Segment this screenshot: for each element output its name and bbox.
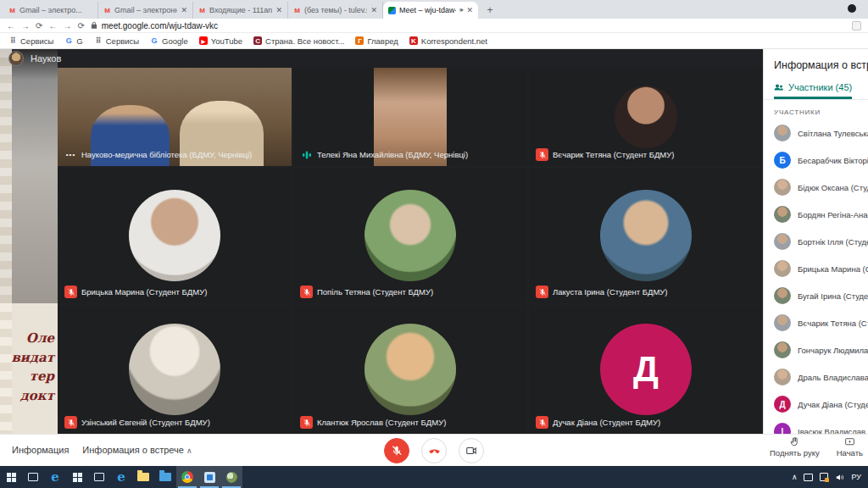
- participant-row[interactable]: Драль Владислава (Ст...: [764, 363, 868, 391]
- tab-strip: MGmail – электро...MGmail – электронная …: [3, 2, 478, 19]
- forward-icon[interactable]: →: [63, 21, 71, 30]
- reload-icon[interactable]: ⟳: [77, 21, 84, 30]
- participant-row[interactable]: Брицька Марина (Студ...: [764, 255, 868, 282]
- mic-muted-icon[interactable]: [64, 286, 77, 298]
- meeting-info[interactable]: Информация Информация о встрече ∧: [12, 445, 192, 455]
- taskbar-folder-yellow-icon[interactable]: [132, 466, 154, 488]
- mic-muted-icon[interactable]: [536, 148, 548, 161]
- bookmark-item[interactable]: KKorrespondent.net: [409, 36, 487, 46]
- apps-icon: ⠿: [8, 36, 17, 45]
- tray-chevron-icon[interactable]: ∧: [792, 473, 798, 481]
- tab-audio-icon[interactable]: 🕪: [459, 7, 463, 14]
- video-tile[interactable]: Узінський Євгеній (Студент БДМУ): [58, 305, 292, 434]
- video-tile[interactable]: Телекі Яна Михайлівна (БДМУ, Чернівці): [293, 68, 527, 166]
- profile-icon[interactable]: [848, 4, 856, 13]
- meet-favicon-icon: [388, 7, 396, 14]
- taskbar-folder-blue-icon[interactable]: [154, 466, 176, 488]
- video-tile[interactable]: Брицька Марина (Студент БДМУ): [58, 168, 292, 303]
- tab-close-icon[interactable]: ✕: [466, 6, 473, 14]
- forward-icon[interactable]: →: [21, 21, 30, 30]
- taskbar-task-view-icon[interactable]: [22, 466, 44, 488]
- task-view-glyph: [94, 473, 104, 481]
- participant-row[interactable]: Світлана Тулевська (вы: [764, 119, 868, 147]
- volume-icon[interactable]: [835, 473, 844, 482]
- app-glyph: [204, 472, 215, 483]
- taskbar-task-view-icon[interactable]: [88, 466, 110, 488]
- camera-button[interactable]: [459, 438, 484, 463]
- mic-muted-icon[interactable]: [300, 416, 313, 429]
- participant-avatar: [364, 190, 456, 281]
- tab-close-icon[interactable]: ✕: [181, 6, 187, 14]
- taskbar-edge-icon[interactable]: e: [110, 466, 132, 488]
- tile-name-label: Дучак Діана (Студент БДМУ): [536, 416, 660, 429]
- letter-avatar: Д: [774, 396, 791, 413]
- participant-name: Клантюк Ярослав (Студент БДМУ): [317, 418, 446, 427]
- mic-muted-icon[interactable]: [536, 416, 548, 429]
- call-controls: [384, 438, 484, 463]
- bookmark-item[interactable]: CСтрана. Все новост...: [253, 36, 344, 46]
- bookmark-item[interactable]: ⠿Сервисы: [94, 36, 139, 46]
- meeting-info-secondary: Информация о встрече ∧: [82, 445, 192, 455]
- bookmark-item[interactable]: ГГлавред: [355, 36, 398, 46]
- participant-avatar: [129, 324, 220, 415]
- taskbar-chrome-icon[interactable]: [176, 466, 198, 488]
- browser-tab[interactable]: MGmail – электронная почта от G✕: [98, 2, 193, 19]
- language-indicator[interactable]: РУ: [851, 473, 861, 481]
- taskbar-app-window-icon[interactable]: [66, 466, 88, 488]
- taskbar-edge-icon[interactable]: e: [44, 466, 66, 488]
- back-icon[interactable]: ←: [48, 21, 57, 30]
- mic-muted-icon[interactable]: [300, 286, 313, 298]
- bookmark-item[interactable]: ⠿Сервисы: [8, 36, 53, 46]
- address-bar[interactable]: meet.google.com/wju-tdaw-vkc: [91, 21, 218, 30]
- taskbar-start-icon[interactable]: [0, 466, 22, 488]
- participant-row[interactable]: ББесарабчик Вікторія (...: [764, 147, 868, 174]
- participant-name: Бесарабчик Вікторія (...: [798, 156, 868, 165]
- participant-row[interactable]: Бордян Регіна-Анаста...: [764, 201, 868, 228]
- browser-tab[interactable]: MВходящие - 111antiplagiat1111✕: [193, 2, 288, 19]
- mic-muted-icon[interactable]: [536, 286, 548, 298]
- taskbar-globe-icon[interactable]: [220, 466, 242, 488]
- participant-row[interactable]: Бортнік Ілля (Студент...: [764, 228, 868, 255]
- browser-tab[interactable]: M(без темы) - tulev.sv@bsmu.ed✕: [288, 2, 383, 19]
- extension-icon[interactable]: [852, 21, 861, 30]
- participant-row[interactable]: Гончарук Людмила Ми...: [764, 336, 868, 363]
- tab-close-icon[interactable]: ✕: [370, 6, 377, 14]
- participant-row[interactable]: ДДучак Діана (Студент ...: [764, 391, 868, 418]
- browser-tab[interactable]: Meet – wju-tdaw-vkc🕪✕: [383, 2, 478, 19]
- tab-close-icon[interactable]: ✕: [275, 6, 282, 14]
- participant-row[interactable]: Бідюк Оксана (Студен...: [764, 174, 868, 201]
- video-tile[interactable]: Попіль Тетяна (Студент БДМУ): [293, 168, 527, 303]
- participant-name: Попіль Тетяна (Студент БДМУ): [317, 287, 433, 297]
- video-tile[interactable]: Лакуста Ірина (Студент БДМУ): [529, 168, 763, 303]
- taskbar-app-blue-icon[interactable]: [198, 466, 220, 488]
- hangup-button[interactable]: [421, 438, 447, 463]
- participant-letter-avatar: Д: [600, 324, 692, 415]
- tab-participants[interactable]: Участники (45): [774, 82, 852, 99]
- participant-name: Брицька Марина (Студент БДМУ): [81, 287, 207, 297]
- new-tab-button[interactable]: +: [483, 3, 497, 17]
- reload-icon[interactable]: ⟳: [36, 21, 42, 30]
- bookmark-item[interactable]: GGoogle: [150, 36, 188, 46]
- bookmark-item[interactable]: GG: [64, 36, 82, 46]
- video-tile[interactable]: Вєчарик Тетяна (Студент БДМУ): [529, 68, 763, 166]
- mic-muted-icon[interactable]: [64, 416, 77, 429]
- browser-tab[interactable]: MGmail – электро...: [3, 2, 98, 19]
- tab-title: Gmail – электро...: [19, 6, 92, 14]
- photo-avatar: [774, 179, 791, 196]
- participant-row[interactable]: Вєчарик Тетяна (Студ...: [764, 309, 868, 336]
- notification-icon[interactable]: [820, 473, 828, 481]
- present-button[interactable]: Начать: [837, 436, 863, 458]
- more-options-icon[interactable]: •••: [64, 148, 77, 161]
- participant-name: Науково-медична бібліотека (БДМУ, Чернів…: [81, 150, 252, 159]
- mic-active-icon[interactable]: [300, 148, 313, 161]
- network-icon[interactable]: [804, 474, 813, 481]
- mic-off-button[interactable]: [384, 438, 409, 463]
- participant-row[interactable]: Бугай Ірина (Студент Б...: [764, 282, 868, 309]
- participant-row[interactable]: ІІвасюк Владислав (Сту...: [764, 418, 868, 434]
- video-tile[interactable]: •••Науково-медична бібліотека (БДМУ, Чер…: [58, 68, 292, 166]
- bookmark-item[interactable]: ▶YouTube: [199, 36, 242, 46]
- video-tile[interactable]: ДДучак Діана (Студент БДМУ): [529, 305, 763, 434]
- raise-hand-button[interactable]: Поднять руку: [770, 436, 820, 458]
- back-icon[interactable]: ←: [7, 21, 15, 30]
- video-tile[interactable]: Клантюк Ярослав (Студент БДМУ): [293, 305, 527, 434]
